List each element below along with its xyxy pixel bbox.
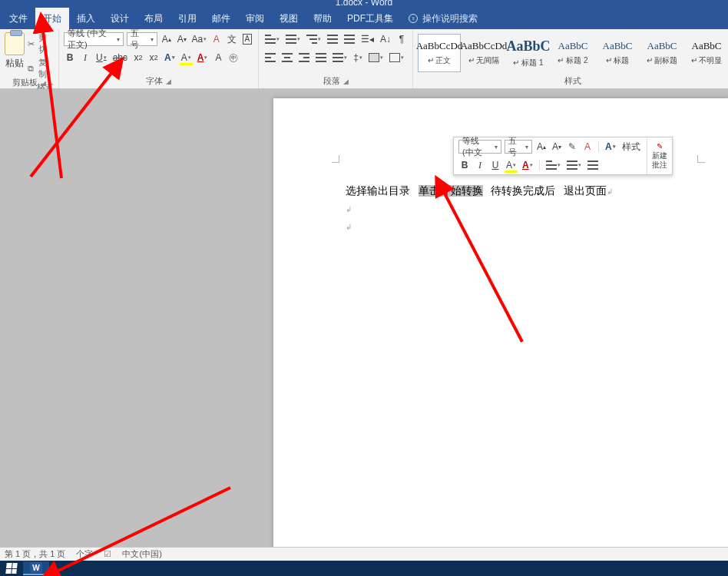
mini-font-combo[interactable]: 等线 (中文▾: [458, 140, 501, 154]
bullets-button[interactable]: ▾: [263, 32, 281, 46]
tab-mail[interactable]: 邮件: [204, 8, 238, 29]
underline-button[interactable]: U▾: [94, 51, 108, 65]
mini-underline[interactable]: U: [489, 158, 501, 172]
document-body[interactable]: 选择输出目录 单击开始转换 待转换完成后 退出页面↲ ↲ ↲: [346, 183, 682, 236]
tab-design[interactable]: 设计: [103, 8, 137, 29]
styles-gallery[interactable]: AaBbCcDd↵ 正文AaBbCcDd↵ 无间隔AaBbC↵ 标题 1AaBb…: [418, 32, 728, 75]
style-sample: AaBbCcDd: [416, 40, 463, 52]
spellcheck-icon[interactable]: ☑: [104, 549, 111, 559]
decrease-indent-button[interactable]: [326, 32, 339, 46]
mini-styles-dd[interactable]: 样式: [586, 158, 600, 172]
tab-view[interactable]: 视图: [272, 8, 306, 29]
status-words[interactable]: 个字: [76, 548, 93, 560]
align-center-button[interactable]: [280, 51, 294, 65]
tab-pdf-tools[interactable]: PDF工具集: [339, 8, 401, 29]
font-name-combo[interactable]: 等线 (中文正文)▾: [64, 32, 124, 46]
mini-new-comment[interactable]: ✎ 新建 批注: [647, 137, 672, 174]
font-size-combo[interactable]: 五号▾: [127, 32, 157, 46]
increase-indent-button[interactable]: [342, 32, 356, 46]
tab-home[interactable]: 开始: [35, 8, 69, 29]
style-card[interactable]: AaBbC↵ 标题 1: [507, 34, 550, 72]
tab-file[interactable]: 文件: [2, 8, 35, 29]
tab-insert[interactable]: 插入: [69, 8, 103, 29]
tab-review[interactable]: 审阅: [238, 8, 272, 29]
bulb-icon: ♀: [409, 14, 418, 23]
justify-button[interactable]: [314, 51, 328, 65]
page[interactable]: 等线 (中文▾ 五号▾ A▴ A▾ ✎ A A▾ 样式 B I U A▾ A: [273, 98, 728, 547]
font-color-button[interactable]: A▾: [196, 51, 210, 65]
chevron-down-icon: ▾: [297, 36, 300, 42]
status-language[interactable]: 中文(中国): [122, 548, 161, 560]
style-card[interactable]: AaBbC↵ 副标题: [640, 34, 683, 72]
taskbar-word-app[interactable]: W: [23, 561, 49, 575]
mini-styles-button[interactable]: 样式: [620, 140, 642, 154]
bold-button[interactable]: B: [64, 51, 76, 65]
mini-numbering[interactable]: ▾: [565, 158, 583, 172]
subscript-button[interactable]: x2: [132, 51, 144, 65]
start-button[interactable]: [2, 561, 22, 575]
numbering-button[interactable]: ▾: [284, 32, 302, 46]
mini-highlight[interactable]: A▾: [505, 158, 518, 172]
paste-button[interactable]: 粘贴: [5, 32, 25, 70]
mini-italic[interactable]: I: [474, 158, 486, 172]
mini-clear-format[interactable]: A: [581, 140, 594, 154]
label: A: [197, 52, 204, 63]
mini-format-painter[interactable]: ✎: [566, 140, 578, 154]
char-shading-button[interactable]: A: [212, 51, 224, 65]
clear-format-button[interactable]: A: [210, 32, 223, 46]
mini-styles-font-color[interactable]: A▾: [604, 140, 617, 154]
align-left-button[interactable]: [263, 51, 277, 65]
line-spacing-button[interactable]: ‡▾: [352, 51, 364, 65]
tell-me-search[interactable]: ♀ 操作说明搜索: [409, 12, 478, 25]
mini-bold[interactable]: B: [458, 158, 471, 172]
font-dialog-launcher[interactable]: ◢: [166, 78, 171, 85]
shrink-font-button[interactable]: A▾: [176, 32, 188, 46]
multilevel-list-button[interactable]: ▾: [305, 32, 323, 46]
chevron-down-icon: ▾: [558, 162, 561, 168]
chevron-down-icon: ▾: [513, 162, 516, 168]
strikethrough-button[interactable]: abc: [111, 51, 129, 65]
mini-grow-font[interactable]: A▴: [535, 140, 548, 154]
paragraph-dialog-launcher[interactable]: ◢: [343, 78, 349, 85]
mini-bullets[interactable]: ▾: [544, 158, 562, 172]
change-case-button[interactable]: Aa▾: [191, 32, 207, 46]
superscript-button[interactable]: x2: [147, 51, 160, 65]
tab-help[interactable]: 帮助: [306, 8, 339, 29]
char-border-button[interactable]: A: [241, 32, 253, 46]
enclose-char-button[interactable]: ㊥: [227, 51, 240, 65]
highlight-button[interactable]: A▾: [180, 51, 193, 65]
style-card[interactable]: AaBbC↵ 标题: [596, 34, 639, 72]
status-page[interactable]: 第 1 页，共 1 页: [5, 548, 65, 560]
cut-button[interactable]: ✂ 剪切: [28, 32, 54, 55]
style-card[interactable]: AaBbCcDd↵ 正文: [418, 34, 461, 72]
style-card[interactable]: AaBbC↵ 不明显: [685, 34, 728, 72]
label: Aa: [191, 34, 203, 45]
grow-font-button[interactable]: A▴: [160, 32, 173, 46]
chevron-down-icon: ▾: [613, 144, 616, 150]
chevron-down-icon: ▾: [117, 36, 120, 43]
italic-button[interactable]: I: [79, 51, 91, 65]
clipboard-dialog-launcher[interactable]: ◢: [41, 79, 46, 87]
style-name: ↵ 不明显: [691, 55, 723, 66]
text-effects-button[interactable]: A▾: [163, 51, 177, 65]
copy-icon: ⧉: [28, 64, 36, 73]
tab-references[interactable]: 引用: [170, 8, 204, 29]
borders-button[interactable]: ▾: [388, 51, 405, 65]
label: 文: [227, 33, 237, 46]
align-right-button[interactable]: [297, 51, 311, 65]
ltr-button[interactable]: ☰◂: [359, 32, 376, 46]
mini-font-color[interactable]: A▾: [521, 158, 534, 172]
style-card[interactable]: AaBbC↵ 标题 2: [551, 34, 594, 72]
clipboard-icon: [5, 32, 25, 55]
sort-button[interactable]: A↓: [379, 32, 392, 46]
distribute-button[interactable]: ▾: [331, 51, 349, 65]
mini-shrink-font[interactable]: A▾: [551, 140, 563, 154]
mini-size-combo[interactable]: 五号▾: [505, 140, 532, 154]
shading-button[interactable]: ▾: [367, 51, 385, 65]
bullets-icon: [546, 161, 557, 170]
show-marks-button[interactable]: ¶: [395, 32, 408, 46]
phonetic-guide-button[interactable]: 文: [226, 32, 238, 46]
tab-layout[interactable]: 布局: [137, 8, 170, 29]
ribbon: 粘贴 ✂ 剪切 ⧉ 复制 ✎ 格式刷 剪贴板 ◢: [0, 29, 728, 89]
style-card[interactable]: AaBbCcDd↵ 无间隔: [462, 34, 505, 72]
